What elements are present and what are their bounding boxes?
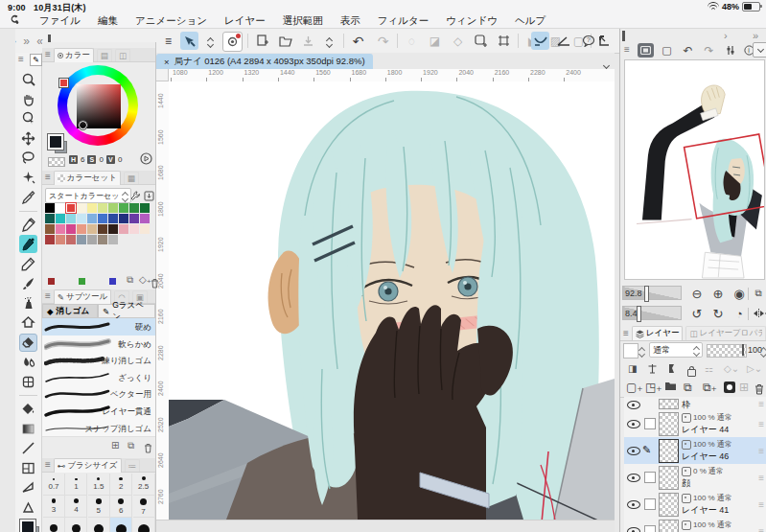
nav-redo-icon[interactable]: ↷ — [701, 43, 717, 58]
tool-property-tab-icon[interactable] — [722, 43, 738, 58]
invert-selection-button[interactable]: ◪ — [426, 32, 444, 50]
layer-drag-handle[interactable]: ≡ — [758, 499, 764, 510]
auto-select-tool-icon[interactable] — [19, 169, 37, 187]
main-color-swatches[interactable] — [20, 520, 39, 532]
help-button[interactable]: ? — [579, 32, 597, 50]
zoom-selection-button[interactable] — [472, 32, 490, 50]
color-swatch[interactable] — [87, 235, 97, 244]
save-button[interactable] — [299, 32, 317, 50]
layer-row-41[interactable]: 100 %通常 レイヤー 41 ≡ — [624, 491, 766, 519]
color-swatch[interactable] — [77, 203, 86, 213]
navigator-tab-icon[interactable] — [638, 43, 654, 58]
rotate-left-button[interactable]: ↺ — [687, 304, 707, 323]
object-tool-button[interactable] — [180, 32, 198, 50]
menu-selection[interactable]: 選択範囲 — [283, 14, 323, 28]
pen-tool-icon[interactable] — [19, 216, 37, 234]
link-layers-icon[interactable]: ⚏ — [705, 363, 713, 374]
brush-size-cell[interactable] — [65, 518, 87, 532]
tab-brush-size[interactable]: ⊷ブラシサイズ — [54, 458, 122, 473]
subtool-group-pen[interactable]: ✎Gラスペン — [98, 304, 155, 318]
subtool-group-eraser[interactable]: ◆消しゴム — [42, 304, 98, 318]
opacity-slider[interactable] — [707, 344, 747, 358]
color-swatch[interactable] — [129, 214, 139, 223]
brush-size-cell[interactable]: 1.5 — [88, 474, 110, 496]
transparent-color-swatch[interactable] — [48, 157, 65, 167]
color-swatch[interactable] — [56, 203, 65, 213]
fit-all-button[interactable]: ⊡ — [760, 284, 766, 303]
clear-selection-button[interactable]: ◇ — [449, 32, 467, 50]
blend-tool-icon[interactable] — [19, 353, 37, 371]
color-swatch[interactable] — [45, 235, 55, 244]
layer-checkbox[interactable] — [644, 525, 656, 532]
dock-expand-icon[interactable]: › — [724, 30, 728, 41]
fg-bg-swatches[interactable] — [48, 134, 67, 153]
color-set-menu-icon[interactable]: ≡ — [45, 173, 51, 182]
color-swatch[interactable] — [108, 214, 118, 223]
color-swatch[interactable] — [140, 224, 150, 234]
footer-swatch-green[interactable] — [79, 278, 85, 285]
tab-layer-property[interactable]: ◫ レイヤープロパティ — [685, 326, 766, 340]
tool-panel-pen-icon[interactable]: ✎ — [30, 54, 42, 66]
color-swatch[interactable] — [98, 235, 107, 244]
layer-panel-menu-icon[interactable]: ≡ — [623, 329, 629, 338]
zoom-tool-icon[interactable] — [19, 70, 37, 88]
redo-button[interactable]: ↷ — [374, 32, 392, 50]
layer-visible-icon[interactable] — [627, 500, 640, 509]
subtool-delete-icon[interactable] — [144, 440, 152, 457]
brush-size-cell[interactable] — [133, 518, 155, 532]
color-swatch[interactable] — [87, 203, 97, 213]
layer-visible-icon[interactable] — [627, 401, 640, 409]
tab-brush-density[interactable]: ≔ — [125, 459, 141, 472]
color-swatch[interactable] — [66, 214, 76, 223]
gradient-tool-icon[interactable] — [19, 420, 37, 438]
zoom-100-button[interactable]: ◉ — [730, 284, 749, 303]
pencil-tool-icon[interactable] — [19, 255, 37, 273]
color-swatch[interactable] — [140, 214, 150, 223]
brush-size-cell[interactable]: 2.5 — [133, 474, 155, 496]
subtool-item-kneaded[interactable]: 練り消しゴム — [42, 352, 155, 370]
merge-down-icon[interactable]: ⧉₊ — [703, 381, 717, 394]
color-swatch[interactable] — [140, 203, 150, 213]
nav-undo-icon[interactable]: ↶ — [680, 43, 696, 58]
brush-size-cell[interactable]: 2 — [110, 474, 132, 496]
subtool-item-hard[interactable]: 硬め — [42, 318, 155, 336]
tab-color-history[interactable]: ▦ — [124, 172, 139, 184]
color-swatch[interactable] — [98, 203, 107, 213]
zoom-in-button[interactable]: ⊕ — [708, 284, 728, 303]
color-swatch[interactable] — [77, 214, 86, 223]
lock-layer-icon[interactable] — [687, 369, 696, 377]
layer-row-waku[interactable]: 枠 ≡ — [624, 397, 766, 411]
layer-checkbox[interactable] — [644, 418, 656, 429]
color-swatch[interactable] — [45, 203, 55, 213]
rotate-view-tool-icon[interactable] — [19, 109, 37, 127]
color-swatch[interactable] — [98, 214, 107, 223]
menu-file[interactable]: ファイル — [39, 14, 81, 28]
save-options-chevrons[interactable] — [320, 32, 338, 50]
navigator-preview[interactable] — [624, 59, 765, 280]
snap-ruler-button[interactable] — [595, 32, 614, 50]
right-dock-drag-handle[interactable] — [622, 31, 625, 41]
tab-layer[interactable]: レイヤー — [632, 326, 684, 340]
brush-tool-icon[interactable] — [19, 274, 37, 292]
color-history-button[interactable] — [222, 32, 243, 52]
reset-rotation-button[interactable]: ◔ — [730, 304, 749, 323]
blend-mode-dropdown[interactable]: 通常 — [649, 342, 703, 358]
snap-grid-button[interactable] — [554, 32, 572, 50]
layer-mask-icon[interactable] — [666, 363, 677, 376]
color-swatch[interactable] — [77, 224, 86, 234]
layer-checkbox[interactable] — [644, 498, 656, 510]
footer-swatch-red[interactable] — [48, 278, 55, 285]
move-tool-icon[interactable] — [19, 129, 37, 148]
canvas-horizontal-scrollbar[interactable] — [156, 520, 615, 532]
color-swatch[interactable] — [56, 235, 65, 244]
menu-animation[interactable]: アニメーション — [135, 14, 207, 28]
color-swatch[interactable] — [119, 224, 128, 234]
menu-help[interactable]: ヘルプ — [515, 14, 545, 28]
color-swatch[interactable] — [98, 224, 107, 234]
brush-size-cell[interactable]: 3 — [43, 496, 65, 518]
layer-drag-handle[interactable]: ≡ — [758, 473, 764, 483]
color-swatch[interactable] — [77, 235, 86, 244]
rotate-slider[interactable]: 8.4 — [622, 306, 682, 320]
clip-studio-logo-icon[interactable] — [10, 14, 20, 28]
sv-cursor[interactable] — [79, 121, 87, 129]
